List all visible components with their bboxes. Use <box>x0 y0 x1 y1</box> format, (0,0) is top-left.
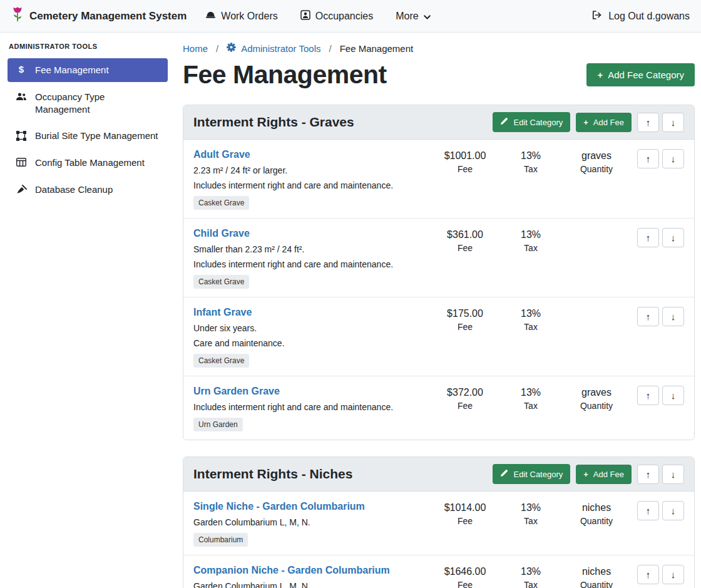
logout-button[interactable]: Log Out d.gowans <box>591 10 690 23</box>
nav-label-work-orders: Work Orders <box>221 11 277 22</box>
nav-item-more[interactable]: More <box>396 11 430 22</box>
gear-icon <box>227 43 236 54</box>
fee-move-up-button[interactable]: ↑ <box>637 149 659 168</box>
tax-column: 13% Tax <box>499 307 562 332</box>
sidebar-item-occupancy-type[interactable]: Occupancy Type Management <box>8 85 168 121</box>
app-brand[interactable]: Cemetery Management System <box>11 6 187 26</box>
category-move-up-button[interactable]: ↑ <box>637 113 659 132</box>
edit-category-button[interactable]: Edit Category <box>493 112 570 132</box>
add-fee-label: Add Fee <box>593 118 624 127</box>
fee-move-up-button[interactable]: ↑ <box>637 228 659 247</box>
fee-info: Adult Grave 2.23 m² / 24 ft² or larger. … <box>193 149 431 210</box>
sidebar-heading: ADMINISTRATOR TOOLS <box>9 43 166 50</box>
fee-name-link[interactable]: Urn Garden Grave <box>193 386 280 397</box>
fee-amount: $175.00 <box>431 308 499 319</box>
breadcrumb-admin-tools-label: Administrator Tools <box>241 43 320 54</box>
fee-amount-column: $372.00 Fee <box>431 386 499 411</box>
sidebar-item-label: Fee Management <box>35 64 109 76</box>
sidebar-item-config-table[interactable]: Config Table Management <box>8 151 168 175</box>
sidebar-item-fee-management[interactable]: $ Fee Management <box>8 58 168 82</box>
tax-label: Tax <box>499 164 562 174</box>
quantity-value: graves <box>562 150 631 162</box>
sidebar-item-label: Occupancy Type Management <box>35 91 160 116</box>
fee-move-down-button[interactable]: ↓ <box>662 228 684 247</box>
breadcrumb-separator: / <box>329 43 331 54</box>
hard-hat-icon <box>205 10 216 22</box>
category-header: Interment Rights - Graves Edit Category … <box>183 105 694 140</box>
quantity-value: niches <box>562 566 631 577</box>
category-move-down-button[interactable]: ↓ <box>662 113 684 132</box>
breadcrumb-home-link[interactable]: Home <box>183 43 208 54</box>
nav-links: Work Orders Occupancies More <box>205 10 430 23</box>
fee-type-badge: Casket Grave <box>193 354 249 368</box>
breadcrumb-admin-tools-link[interactable]: Administrator Tools <box>227 43 320 54</box>
fee-move-up-button[interactable]: ↑ <box>637 307 659 326</box>
fee-move-up-button[interactable]: ↑ <box>637 501 659 520</box>
fee-info: Urn Garden Grave Includes interment righ… <box>193 386 431 431</box>
tax-value: 13% <box>499 566 562 577</box>
fee-move-down-button[interactable]: ↓ <box>662 565 684 584</box>
fee-move-down-button[interactable]: ↓ <box>662 386 684 405</box>
fee-amount-label: Fee <box>431 322 499 332</box>
sidebar-item-label: Config Table Management <box>35 157 145 169</box>
fee-move-down-button[interactable]: ↓ <box>662 501 684 520</box>
add-fee-category-label: Add Fee Category <box>608 70 684 80</box>
fee-description: 2.23 m² / 24 ft² or larger. <box>193 165 424 175</box>
add-fee-category-button[interactable]: + Add Fee Category <box>586 63 695 86</box>
fee-type-badge: Urn Garden <box>193 418 243 431</box>
sidebar-item-burial-site-type[interactable]: Burial Site Type Management <box>8 124 168 148</box>
sidebar-item-database-cleanup[interactable]: Database Cleanup <box>8 178 168 202</box>
dollar-icon: $ <box>15 64 28 74</box>
top-navbar: Cemetery Management System Work Orders O… <box>0 0 701 33</box>
fee-move-down-button[interactable]: ↓ <box>662 307 684 326</box>
fee-amount-label: Fee <box>431 401 499 411</box>
fee-amount-label: Fee <box>431 164 499 174</box>
fee-info: Single Niche - Garden Columbarium Garden… <box>193 501 431 547</box>
fee-row: Urn Garden Grave Includes interment righ… <box>183 376 694 440</box>
quantity-label: Quantity <box>562 580 631 588</box>
quantity-column <box>562 228 631 232</box>
plus-icon: + <box>583 470 588 478</box>
fee-info: Infant Grave Under six years. Care and m… <box>193 307 431 368</box>
fee-name-link[interactable]: Adult Grave <box>193 149 250 160</box>
fee-name-link[interactable]: Infant Grave <box>193 307 252 318</box>
add-fee-label: Add Fee <box>593 470 624 479</box>
fee-type-badge: Casket Grave <box>193 275 249 289</box>
broom-icon <box>15 185 28 195</box>
fee-description: Includes interment right and care and ma… <box>193 180 424 190</box>
category-header: Interment Rights - Niches Edit Category … <box>183 457 694 492</box>
tax-value: 13% <box>499 387 562 398</box>
pencil-icon <box>500 469 508 479</box>
add-fee-button[interactable]: + Add Fee <box>576 113 632 132</box>
category-move-down-button[interactable]: ↓ <box>662 465 684 484</box>
logout-label: Log Out d.gowans <box>608 11 690 22</box>
breadcrumb-current: Fee Management <box>340 43 414 54</box>
nav-label-occupancies: Occupancies <box>315 11 374 22</box>
category-title: Interment Rights - Niches <box>193 467 352 482</box>
fee-name-link[interactable]: Child Grave <box>193 228 250 239</box>
fee-name-link[interactable]: Single Niche - Garden Columbarium <box>193 501 365 512</box>
fee-amount: $361.00 <box>431 229 499 240</box>
fee-amount: $1646.00 <box>431 566 499 577</box>
nav-label-more: More <box>396 11 418 22</box>
fee-name-link[interactable]: Companion Niche - Garden Columbarium <box>193 565 390 576</box>
breadcrumb-separator: / <box>216 43 218 54</box>
fee-info: Child Grave Smaller than 2.23 m² / 24 ft… <box>193 228 431 289</box>
tax-column: 13% Tax <box>499 501 562 526</box>
fee-move-up-button[interactable]: ↑ <box>637 565 659 584</box>
tax-label: Tax <box>499 516 562 526</box>
edit-category-label: Edit Category <box>513 470 563 479</box>
nav-item-work-orders[interactable]: Work Orders <box>205 10 277 22</box>
tax-value: 13% <box>499 502 562 513</box>
add-fee-button[interactable]: + Add Fee <box>576 465 632 484</box>
fee-amount-column: $1014.00 Fee <box>431 501 499 526</box>
nav-item-occupancies[interactable]: Occupancies <box>300 10 374 23</box>
fee-move-up-button[interactable]: ↑ <box>637 386 659 405</box>
fee-move-down-button[interactable]: ↓ <box>662 149 684 168</box>
edit-category-button[interactable]: Edit Category <box>493 464 570 484</box>
quantity-column: graves Quantity <box>562 386 631 411</box>
chevron-down-icon <box>424 11 431 22</box>
breadcrumb: Home / Administrator Tool <box>183 40 695 54</box>
fee-amount: $1014.00 <box>431 502 499 513</box>
category-move-up-button[interactable]: ↑ <box>637 465 659 484</box>
